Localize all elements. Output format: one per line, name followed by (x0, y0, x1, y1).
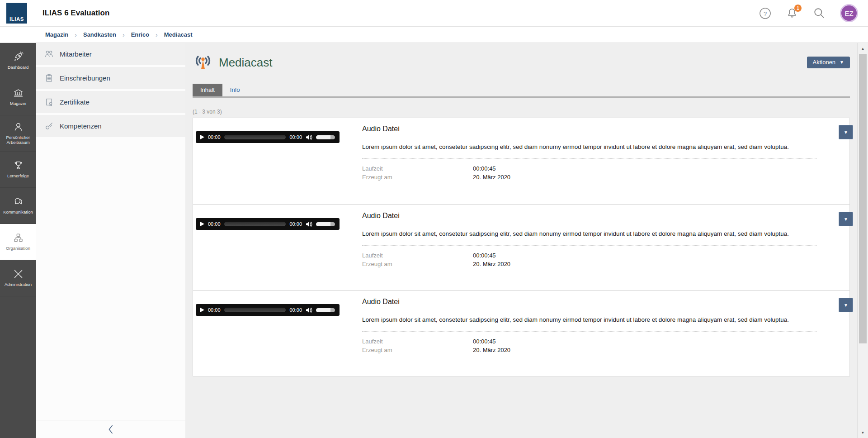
tab-bar: Inhalt Info (193, 84, 850, 98)
seek-bar[interactable] (224, 135, 286, 139)
sidebar-item-kommunikation[interactable]: Kommunikation (0, 188, 36, 224)
chevron-down-icon: ▼ (844, 303, 848, 308)
property-label: Erzeugt am (362, 173, 473, 182)
breadcrumb-separator-icon: › (156, 31, 158, 38)
notifications-button[interactable]: 1 (786, 7, 798, 19)
panel-footer (36, 420, 185, 438)
breadcrumb-item-mediacast[interactable]: Mediacast (164, 31, 193, 38)
player-column: 00:00 00:00 (196, 125, 351, 204)
app-title: ILIAS 6 Evaluation (42, 9, 109, 18)
dotted-divider (362, 158, 817, 159)
volume-slider[interactable] (316, 308, 335, 312)
sidebar-item-label: Kommunikation (2, 209, 33, 214)
audio-player: 00:00 00:00 (196, 131, 340, 143)
panel-item-kompetenzen[interactable]: Kompetenzen (36, 115, 185, 137)
breadcrumb-item-magazin[interactable]: Magazin (45, 31, 68, 38)
seek-bar[interactable] (224, 222, 286, 226)
personal-workspace-icon (13, 122, 24, 132)
scroll-up-button[interactable]: ▲ (858, 44, 868, 53)
sidebar-item-magazin[interactable]: Magazin (0, 79, 36, 115)
enrolments-icon (44, 73, 54, 83)
tab-info[interactable]: Info (222, 84, 248, 96)
breadcrumb-item-sandkasten[interactable]: Sandkasten (83, 31, 116, 38)
item-title: Audio Datei (362, 298, 817, 306)
play-button[interactable] (200, 222, 204, 226)
speaker-icon (306, 307, 312, 313)
scrollbar-thumb[interactable] (859, 54, 867, 343)
logo-text: ILIAS (9, 16, 24, 22)
sidebar-item-dashboard[interactable]: Dashboard (0, 43, 36, 79)
sidebar-item-label: Persönlicher Arbeitsraum (0, 135, 36, 145)
ilias-logo[interactable]: ILIAS (6, 3, 27, 24)
help-button[interactable]: ? (759, 7, 771, 19)
item-text-column: Audio Datei Lorem ipsum dolor sit amet, … (362, 212, 817, 290)
search-icon (813, 7, 825, 19)
breadcrumb-item-enrico[interactable]: Enrico (131, 31, 149, 38)
breadcrumb-separator-icon: › (123, 31, 125, 38)
sidebar-item-administration[interactable]: Administration (0, 260, 36, 296)
panel-item-label: Mitarbeiter (60, 50, 92, 58)
item-actions-dropdown-button[interactable]: ▼ (839, 298, 853, 312)
scroll-down-button[interactable]: ▼ (858, 428, 868, 437)
top-header: ILIAS ILIAS 6 Evaluation ? 1 (0, 0, 868, 27)
mute-button[interactable] (306, 134, 312, 140)
breadcrumb: Magazin › Sandkasten › Enrico › Mediacas… (0, 27, 868, 43)
chevron-down-icon: ▼ (844, 130, 848, 135)
property-value: 00:00:45 (473, 251, 496, 260)
speaker-icon (306, 221, 312, 227)
play-button[interactable] (200, 135, 204, 139)
dashboard-icon (13, 52, 24, 62)
sidebar-item-organisation[interactable]: Organisation (0, 224, 36, 260)
panel-item-zertifikate[interactable]: Zertifikate (36, 91, 185, 113)
app-window: ILIAS ILIAS 6 Evaluation ? 1 (0, 0, 868, 438)
property-value: 20. März 2020 (473, 260, 510, 269)
property-label: Laufzeit (362, 337, 473, 346)
header-icons: ? 1 EZ (759, 4, 858, 22)
mediacast-icon (193, 52, 213, 73)
item-properties: Laufzeit 00:00:45 Erzeugt am 20. März 20… (362, 164, 817, 182)
actions-button[interactable]: Aktionen ▼ (807, 57, 850, 68)
player-column: 00:00 00:00 (196, 298, 351, 376)
pagination-info: (1 - 3 von 3) (193, 109, 850, 115)
speaker-icon (306, 134, 312, 140)
player-column: 00:00 00:00 (196, 212, 351, 290)
secondary-panel: Mitarbeiter Einschreibungen Zertifikate (36, 43, 185, 438)
mediacast-list-item: 00:00 00:00 Audio Datei (193, 290, 849, 376)
sidebar-item-lernerfolge[interactable]: Lernerfolge (0, 152, 36, 188)
collapse-panel-button[interactable] (106, 424, 115, 435)
main-content: Mediacast Aktionen ▼ Inhalt Info (1 - 3 … (185, 43, 857, 438)
seek-bar[interactable] (224, 308, 286, 312)
mute-button[interactable] (306, 221, 312, 227)
item-actions-dropdown-button[interactable]: ▼ (839, 212, 853, 226)
property-value: 00:00:45 (473, 164, 496, 173)
page-title: Mediacast (219, 56, 273, 70)
panel-item-einschreibungen[interactable]: Einschreibungen (36, 67, 185, 89)
search-button[interactable] (813, 7, 826, 19)
property-value: 00:00:45 (473, 337, 496, 346)
dotted-divider (362, 331, 817, 332)
sidebar-item-label: Organisation (5, 246, 31, 251)
panel-item-mitarbeiter[interactable]: Mitarbeiter (36, 43, 185, 65)
volume-slider[interactable] (316, 222, 335, 226)
user-avatar[interactable]: EZ (840, 4, 858, 22)
chevron-left-icon (106, 424, 115, 435)
staff-icon (44, 49, 54, 59)
current-time: 00:00 (208, 134, 221, 140)
volume-slider[interactable] (316, 135, 335, 139)
main-sidebar: Dashboard Magazin Persönlicher Arbeitsra… (0, 43, 36, 438)
total-time: 00:00 (289, 134, 302, 140)
item-text-column: Audio Datei Lorem ipsum dolor sit amet, … (362, 125, 817, 204)
item-title: Audio Datei (362, 125, 817, 133)
tab-inhalt[interactable]: Inhalt (193, 84, 222, 96)
play-button[interactable] (200, 308, 204, 312)
mute-button[interactable] (306, 307, 312, 313)
current-time: 00:00 (208, 221, 221, 227)
sidebar-item-label: Lernerfolge (6, 173, 30, 178)
breadcrumb-separator-icon: › (75, 31, 77, 38)
item-actions-dropdown-button[interactable]: ▼ (839, 125, 853, 139)
current-time: 00:00 (208, 307, 221, 313)
content-header: Mediacast Aktionen ▼ (193, 52, 850, 73)
sidebar-item-persoenlicher-arbeitsraum[interactable]: Persönlicher Arbeitsraum (0, 115, 36, 152)
administration-icon (13, 269, 24, 279)
avatar-initials: EZ (844, 10, 853, 17)
